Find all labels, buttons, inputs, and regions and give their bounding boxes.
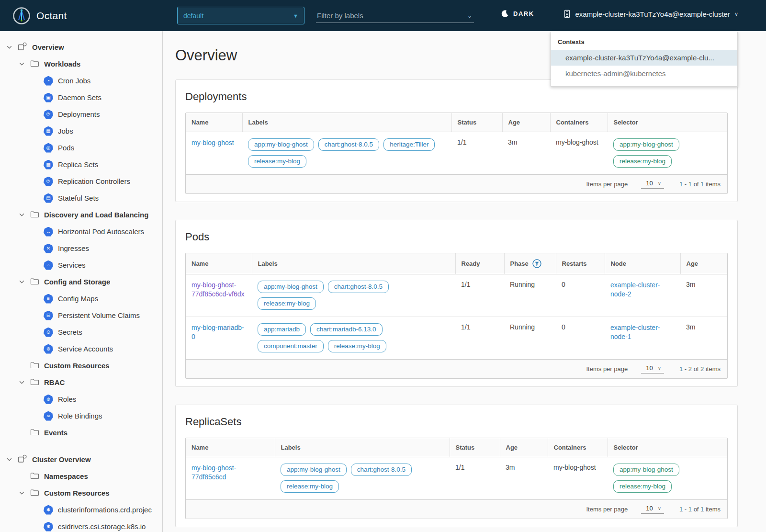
sidebar-item-events[interactable]: Events — [0, 424, 162, 441]
cluster-icon — [563, 10, 571, 18]
dark-theme-toggle[interactable]: DARK — [501, 10, 534, 18]
hpa-icon: ↔ — [44, 227, 53, 237]
pvc-icon: ⊟ — [44, 311, 53, 320]
sidebar-item-label: Secrets — [58, 328, 82, 336]
sidebar-item-overview[interactable]: Overview — [0, 39, 162, 56]
sidebar-item-label: Workloads — [44, 60, 80, 68]
table-row: my-blog-mariadb-0app:mariadbchart:mariad… — [186, 317, 727, 360]
context-menu: Contexts example-cluster-ka3TuTzYo4a@exa… — [551, 32, 738, 87]
sidebar-item-label: csidrivers.csi.storage.k8s.io — [58, 522, 146, 531]
sidebar-item-roles[interactable]: ⊚Roles — [0, 391, 162, 407]
resource-link[interactable]: my-blog-ghost — [192, 139, 234, 147]
chevron-down-icon[interactable] — [18, 379, 25, 385]
cell-text: 1/1 — [457, 138, 466, 146]
customresource-icon: ✱ — [44, 522, 53, 532]
sidebar-item-replica-sets[interactable]: ▩Replica Sets — [0, 156, 162, 173]
sidebar-item-secrets[interactable]: ⊙Secrets — [0, 324, 162, 340]
items-per-page-select[interactable]: 10∨ — [641, 364, 664, 374]
sidebar-item-daemon-sets[interactable]: ▣Daemon Sets — [0, 89, 162, 106]
sidebar-item-label: Daemon Sets — [58, 93, 101, 102]
tag: component:master — [258, 340, 324, 352]
sidebar-item-horizontal-pod-autoscalers[interactable]: ↔Horizontal Pod Autoscalers — [0, 223, 162, 240]
sidebar-item-label: RBAC — [44, 378, 65, 386]
items-per-page-select[interactable]: 10∨ — [641, 180, 664, 189]
chevron-down-icon[interactable] — [6, 44, 13, 50]
sidebar-item-custom-resources[interactable]: Custom Resources — [0, 485, 162, 501]
table-row: my-blog-ghost-77df85c6cdapp:my-blog-ghos… — [186, 457, 727, 500]
sidebar-item-services[interactable]: ∴Services — [0, 257, 162, 273]
sidebar-item-ingresses[interactable]: ✕Ingresses — [0, 240, 162, 257]
sidebar-item-rbac[interactable]: RBAC — [0, 374, 162, 391]
folder-icon — [30, 277, 39, 287]
filter-funnel-icon[interactable] — [532, 259, 541, 268]
items-per-page-select[interactable]: 10∨ — [641, 505, 664, 514]
sidebar-item-cron-jobs[interactable]: ◔Cron Jobs — [0, 72, 162, 89]
sidebar-item-label: Config Maps — [58, 294, 98, 303]
sidebar-item-label: Persistent Volume Claims — [58, 311, 140, 319]
rolebindings-icon: ∞ — [44, 411, 53, 421]
dark-toggle-label: DARK — [513, 10, 534, 17]
sidebar-item-label: clusterinformations.crd.projec — [58, 506, 152, 514]
sidebar-item-deployments[interactable]: ⟳Deployments — [0, 106, 162, 123]
sidebar-item-csidrivers-csi-storage-k8s-io[interactable]: ✱csidrivers.csi.storage.k8s.io — [0, 518, 162, 532]
roles-icon: ⊚ — [44, 395, 53, 404]
sidebar-item-label: Events — [44, 429, 68, 437]
context-selector[interactable]: example-cluster-ka3TuTzYo4a@example-clus… — [563, 10, 738, 18]
sidebar: OverviewWorkloads◔Cron Jobs▣Daemon Sets⟳… — [0, 31, 163, 532]
brand: Octant — [0, 7, 67, 25]
sidebar-item-config-maps[interactable]: ≡Config Maps — [0, 290, 162, 307]
context-menu-item-1[interactable]: kubernetes-admin@kubernetes — [551, 66, 737, 81]
resource-link[interactable]: example-cluster-node-2 — [610, 281, 660, 298]
applications-icon — [18, 42, 27, 53]
selector-tags: app:my-blog-ghostrelease:my-blog — [613, 138, 721, 168]
app-title: Octant — [36, 10, 67, 22]
sidebar-item-label: Overview — [32, 43, 64, 51]
sidebar-item-config-and-storage[interactable]: Config and Storage — [0, 273, 162, 290]
namespace-select[interactable]: default ▼ — [177, 7, 304, 24]
sidebar-item-stateful-sets[interactable]: ▤Stateful Sets — [0, 190, 162, 206]
replicationcontrollers-icon: ⟳ — [44, 177, 53, 186]
sidebar-item-cluster-overview[interactable]: Cluster Overview — [0, 451, 162, 468]
tag: chart:ghost-8.0.5 — [328, 281, 389, 293]
sidebar-item-replication-controllers[interactable]: ⟳Replication Controllers — [0, 173, 162, 190]
filter-labels-input[interactable] — [316, 11, 467, 20]
chevron-down-icon[interactable] — [18, 61, 25, 67]
cell-text: Running — [510, 281, 535, 288]
resource-link[interactable]: example-cluster-node-1 — [610, 324, 660, 340]
column-header-selector: Selector — [608, 113, 727, 132]
table-pods: NameLabelsReadyPhaseRestartsNodeAgemy-bl… — [185, 253, 728, 379]
resource-link[interactable]: my-blog-ghost-77df85c6cd — [192, 464, 236, 481]
pods-icon: ◎ — [44, 143, 53, 153]
chevron-down-icon[interactable] — [18, 279, 25, 285]
column-header-status: Status — [451, 113, 502, 132]
folder-icon — [30, 59, 39, 69]
chevron-down-icon[interactable] — [18, 212, 25, 218]
table-replicasets: NameLabelsStatusAgeContainersSelectormy-… — [185, 438, 728, 519]
tag: release:my-blog — [328, 340, 386, 352]
context-menu-item-0[interactable]: example-cluster-ka3TuTzYo4a@example-clu.… — [551, 50, 737, 66]
sidebar-item-label: Custom Resources — [44, 489, 110, 497]
sidebar-item-persistent-volume-claims[interactable]: ⊟Persistent Volume Claims — [0, 307, 162, 324]
table-header-row: NameLabelsReadyPhaseRestartsNodeAge — [186, 253, 727, 274]
sidebar-item-role-bindings[interactable]: ∞Role Bindings — [0, 407, 162, 424]
cell-text: my-blog-ghost — [556, 138, 598, 146]
sidebar-item-namespaces[interactable]: Namespaces — [0, 468, 162, 485]
moon-icon — [501, 10, 509, 18]
sidebar-item-jobs[interactable]: ▦Jobs — [0, 123, 162, 139]
sidebar-item-pods[interactable]: ◎Pods — [0, 139, 162, 156]
sidebar-item-service-accounts[interactable]: ⊛Service Accounts — [0, 340, 162, 357]
chevron-down-icon[interactable] — [18, 490, 25, 496]
resource-link[interactable]: my-blog-mariadb-0 — [192, 324, 244, 340]
sidebar-item-discovery-and-load-balancing[interactable]: Discovery and Load Balancing — [0, 206, 162, 223]
table-row: my-blog-ghostapp:my-blog-ghostchart:ghos… — [186, 132, 727, 175]
column-header-selector: Selector — [608, 438, 727, 457]
chevron-down-icon[interactable] — [6, 456, 13, 463]
applications-icon — [18, 454, 27, 465]
sidebar-item-clusterinformations-crd-projec[interactable]: ✱clusterinformations.crd.projec — [0, 501, 162, 518]
cell-text: 1/1 — [461, 323, 470, 331]
resource-link[interactable]: my-blog-ghost-77df85c6cd-vf6dx — [192, 281, 245, 298]
tag: chart:ghost-8.0.5 — [351, 464, 412, 476]
sidebar-item-custom-resources[interactable]: Custom Resources — [0, 357, 162, 374]
cell-text: my-blog-ghost — [553, 464, 596, 471]
sidebar-item-workloads[interactable]: Workloads — [0, 56, 162, 72]
